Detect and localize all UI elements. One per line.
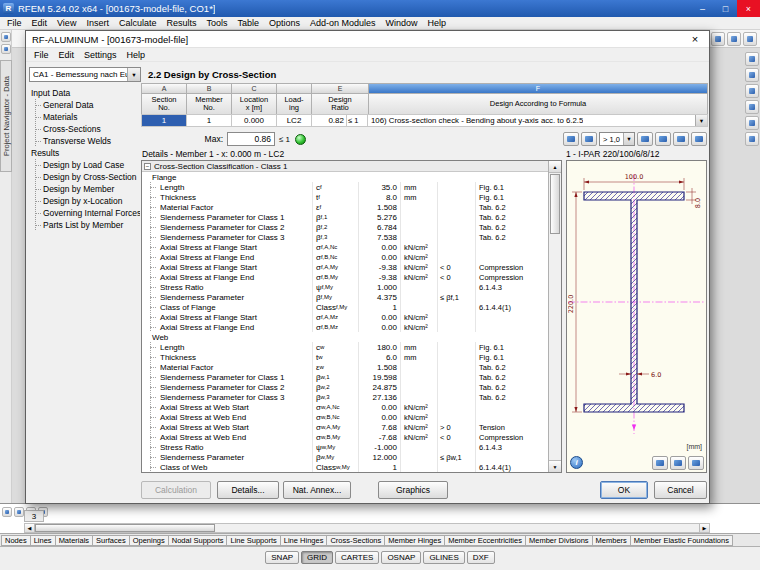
detail-row[interactable]: Slenderness Parameter for Class 2βf,26.7… [142, 222, 548, 232]
maximize-button[interactable]: □ [714, 0, 737, 17]
tree-item-design-by-load-case[interactable]: Design by Load Case [29, 159, 140, 171]
scrollbar-track[interactable] [549, 235, 561, 460]
table-horizontal-scrollbar[interactable]: ◀ ▶ [24, 523, 710, 533]
menu-table[interactable]: Table [232, 18, 264, 28]
rotate-view-icon[interactable] [745, 84, 759, 98]
section-info-button[interactable]: i [570, 456, 583, 469]
dialog-menu-settings[interactable]: Settings [79, 50, 122, 60]
menu-tools[interactable]: Tools [201, 18, 232, 28]
status-toggle-osnap[interactable]: OSNAP [381, 551, 421, 564]
detail-row[interactable]: Axial Stress at Web Endσw,B,My-7.68kN/cm… [142, 432, 548, 442]
grid-toggle-icon[interactable] [745, 116, 759, 130]
dropdown-icon[interactable]: ▼ [623, 133, 634, 145]
detail-row[interactable]: Axial Stress at Flange Startσf,A,Nc0.00k… [142, 242, 548, 252]
scroll-right-icon[interactable]: ▶ [699, 524, 709, 532]
detail-row[interactable]: Stress Ratioψw,My-1.0006.1.4.3 [142, 442, 548, 452]
table-tab-line-supports[interactable]: Line Supports [226, 535, 280, 546]
pan-icon[interactable] [745, 68, 759, 82]
dialog-menu-help[interactable]: Help [122, 50, 151, 60]
detail-row[interactable]: Axial Stress at Web Startσw,A,My7.68kN/c… [142, 422, 548, 432]
detail-row[interactable]: Class of WebClassw,My16.1.4.4(1) [142, 462, 548, 472]
tree-item-design-by-x-location[interactable]: Design by x-Location [29, 195, 140, 207]
menu-edit[interactable]: Edit [27, 18, 53, 28]
menu-window[interactable]: Window [381, 18, 423, 28]
zoom-icon[interactable] [745, 52, 759, 66]
status-toggle-grid[interactable]: GRID [301, 551, 333, 564]
cross-section-graphic[interactable]: 100.0 220.0 8.0 6.0 [mm] i [566, 160, 707, 473]
menu-view[interactable]: View [52, 18, 81, 28]
detail-row[interactable]: Slenderness Parameter for Class 1βw,119.… [142, 372, 548, 382]
tree-header-input-data[interactable]: Input Data [29, 87, 140, 99]
table-tab-member-elastic-foundations[interactable]: Member Elastic Foundations [630, 535, 733, 546]
redo-icon[interactable] [727, 32, 741, 46]
jump-to-graphic-icon[interactable] [652, 456, 668, 470]
detail-row[interactable]: Axial Stress at Web Endσw,B,Nc0.00kN/cm² [142, 412, 548, 422]
close-button[interactable]: × [737, 0, 760, 17]
collapse-icon[interactable]: − [144, 163, 151, 170]
detail-row[interactable]: Thicknesstf8.0mmFig. 6.1 [142, 192, 548, 202]
table-tab-surfaces[interactable]: Surfaces [92, 535, 130, 546]
status-toggle-snap[interactable]: SNAP [265, 551, 299, 564]
tree-item-materials[interactable]: Materials [29, 111, 140, 123]
dialog-menu-file[interactable]: File [29, 50, 54, 60]
detail-row[interactable]: Slenderness Parameterβf,My4.375≤ βf,1 [142, 292, 548, 302]
detail-row[interactable]: Slenderness Parameter for Class 3βf,37.5… [142, 232, 548, 242]
threshold-select[interactable]: > 1,0▼ [599, 132, 635, 146]
tree-item-design-by-cross-section[interactable]: Design by Cross-Section [29, 171, 140, 183]
relation-scale-icon[interactable] [581, 132, 597, 146]
details-button[interactable]: Details... [217, 481, 279, 499]
scrollbar-thumb[interactable] [550, 174, 560, 234]
table-prev-icon[interactable] [14, 507, 24, 517]
result-table-row[interactable]: 1 1 0.000 LC2 0.82 ≤ 1 106) Cross-sectio… [141, 114, 707, 127]
table-first-icon[interactable] [2, 507, 12, 517]
tree-item-governing-internal-forces-by-member[interactable]: Governing Internal Forces by Member [29, 207, 140, 219]
scroll-left-icon[interactable]: ◀ [25, 524, 35, 532]
detail-row[interactable]: Slenderness Parameter for Class 1βf,15.2… [142, 212, 548, 222]
status-toggle-dxf[interactable]: DXF [467, 551, 495, 564]
table-tab-nodal-supports[interactable]: Nodal Supports [168, 535, 228, 546]
ok-button[interactable]: OK [600, 481, 648, 499]
detail-group-row[interactable]: Web [142, 332, 548, 342]
cell-section-no[interactable]: 1 [141, 114, 187, 127]
table-tab-nodes[interactable]: Nodes [1, 535, 31, 546]
cancel-button[interactable]: Cancel [654, 481, 707, 499]
menu-options[interactable]: Options [264, 18, 305, 28]
dialog-menu-edit[interactable]: Edit [54, 50, 80, 60]
detail-row[interactable]: Axial Stress at Flange Endσf,B,Mz0.00kN/… [142, 322, 548, 332]
detail-row[interactable]: Axial Stress at Flange Endσf,B,My-9.38kN… [142, 272, 548, 282]
scroll-down-icon[interactable]: ▼ [549, 460, 561, 472]
scroll-up-icon[interactable]: ▲ [549, 161, 561, 173]
cell-member-no[interactable]: 1 [186, 114, 232, 127]
print-icon[interactable] [743, 32, 757, 46]
detail-row[interactable]: Class of FlangeClassf,My16.1.4.4(1) [142, 302, 548, 312]
detail-row[interactable]: Axial Stress at Web Startσw,A,Nc0.00kN/c… [142, 402, 548, 412]
cell-location[interactable]: 0.000 [231, 114, 277, 127]
project-navigator-tab[interactable]: Project Navigator - Data [0, 60, 12, 172]
details-scrollbar[interactable]: ▲ ▼ [548, 161, 561, 472]
table-tab-materials[interactable]: Materials [55, 535, 93, 546]
detail-row[interactable]: Lengthcf35.0mmFig. 6.1 [142, 182, 548, 192]
detail-row[interactable]: Stress Ratioψf,My1.0006.1.4.3 [142, 282, 548, 292]
detail-row[interactable]: Lengthcw180.0mmFig. 6.1 [142, 342, 548, 352]
menu-add-on-modules[interactable]: Add-on Modules [305, 18, 381, 28]
menu-calculate[interactable]: Calculate [114, 18, 162, 28]
axes-icon[interactable] [670, 456, 686, 470]
menu-results[interactable]: Results [161, 18, 201, 28]
zoom-section-icon[interactable] [688, 456, 704, 470]
filter-icon[interactable] [637, 132, 653, 146]
detail-row[interactable]: Thicknesstw6.0mmFig. 6.1 [142, 352, 548, 362]
view-3d-icon[interactable] [745, 100, 759, 114]
scrollbar-thumb[interactable] [35, 524, 215, 532]
graphics-button[interactable]: Graphics [378, 481, 448, 499]
cell-design-ratio[interactable]: 0.82 [311, 114, 347, 127]
table-row-header[interactable]: 3 [24, 510, 44, 522]
navigator-views-tab-icon[interactable] [1, 44, 11, 54]
national-annex-button[interactable]: Nat. Annex... [283, 481, 351, 499]
cell-loading[interactable]: LC2 [276, 114, 312, 127]
tree-header-results[interactable]: Results [29, 147, 140, 159]
table-tab-cross-sections[interactable]: Cross-Sections [326, 535, 385, 546]
detail-row[interactable]: Slenderness Parameter for Class 2βw,224.… [142, 382, 548, 392]
navigator-data-tab-icon[interactable] [1, 32, 11, 42]
menu-file[interactable]: File [2, 18, 27, 28]
status-toggle-glines[interactable]: GLINES [423, 551, 464, 564]
